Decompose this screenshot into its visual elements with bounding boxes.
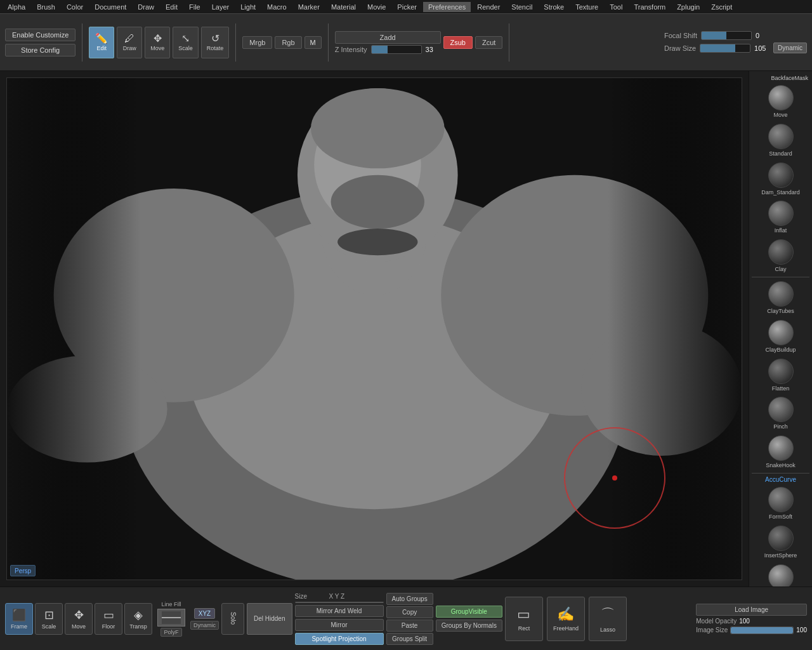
menu-item-alpha[interactable]: Alpha: [3, 2, 30, 12]
mirror-button[interactable]: Mirror: [295, 619, 384, 631]
move-view-button[interactable]: ✥ Move: [65, 603, 93, 635]
menu-item-stencil[interactable]: Stencil: [506, 2, 537, 12]
group-visible-section: GroupVisible Groups By Normals: [436, 606, 502, 632]
model-opacity-row: Model Opacity 100: [696, 618, 807, 625]
menu-item-layer[interactable]: Layer: [207, 2, 235, 12]
transp-button[interactable]: ◈ Transp: [124, 603, 152, 635]
zcut-button[interactable]: Zcut: [475, 36, 502, 49]
m-button[interactable]: M: [304, 36, 322, 49]
floor-button[interactable]: ▭ Floor: [95, 603, 122, 635]
menu-item-material[interactable]: Material: [326, 2, 361, 12]
brush-claytubes-label: ClayTubes: [767, 308, 794, 315]
focal-shift-slider[interactable]: [701, 31, 752, 40]
brush-claytubes[interactable]: ClayTubes: [752, 279, 809, 317]
brush-flatten[interactable]: Flatten: [752, 356, 809, 395]
size-xyz-label: X Y Z: [329, 593, 345, 600]
mrgb-button[interactable]: Mrgb: [242, 36, 272, 49]
size-section: Size X Y Z Mirror And Weld Mirror Spotli…: [295, 593, 384, 645]
brush-standard[interactable]: Standard: [752, 121, 809, 160]
selection-tools: ▭ Rect ✍ FreeHand ⌒ Lasso: [505, 597, 627, 641]
bottom-panel: ⬛ Frame ⊡ Scale ✥ Move ▭ Floor ◈ Transp …: [0, 587, 812, 650]
line-fill-label: Line Fill: [161, 601, 181, 607]
canvas-area[interactable]: Persp: [0, 71, 749, 587]
copy-button[interactable]: Copy: [386, 606, 433, 618]
brush-curvetube[interactable]: CurveTube: [752, 562, 809, 587]
focal-shift-fill: [702, 32, 726, 39]
menu-item-texture[interactable]: Texture: [570, 2, 603, 12]
auto-groups-button[interactable]: Auto Groups: [386, 593, 433, 605]
enable-customize-button[interactable]: Enable Customize: [5, 29, 75, 41]
menu-item-stroke[interactable]: Stroke: [539, 2, 569, 12]
load-section: Load Image Model Opacity 100 Image Size …: [696, 604, 807, 634]
xyz-button[interactable]: XYZ: [194, 608, 215, 619]
menu-item-render[interactable]: Render: [472, 2, 505, 12]
del-hidden-button[interactable]: Del Hidden: [247, 603, 292, 635]
menu-item-zscript[interactable]: Zscript: [706, 2, 737, 12]
draw-button[interactable]: 🖊 Draw: [117, 27, 142, 58]
rect-select-button[interactable]: ▭ Rect: [505, 597, 543, 641]
brush-inflat[interactable]: Inflat: [752, 198, 809, 237]
scale-button[interactable]: ⤡ Scale: [173, 27, 199, 58]
brush-flatten-sphere: [768, 359, 794, 384]
brush-clay[interactable]: Clay: [752, 237, 809, 275]
solo-button[interactable]: Solo: [221, 603, 244, 635]
brush-inflat-sphere: [768, 201, 794, 226]
rotate-button[interactable]: ↺ Rotate: [201, 27, 230, 58]
brush-move[interactable]: Move: [752, 83, 809, 121]
canvas-viewport[interactable]: [6, 77, 742, 580]
brush-divider-1: [752, 277, 809, 277]
brush-formsoft-sphere: [768, 487, 794, 512]
paste-button[interactable]: Paste: [386, 620, 433, 632]
menu-item-transform[interactable]: Transform: [629, 2, 671, 12]
scale-view-button[interactable]: ⊡ Scale: [35, 603, 63, 635]
menu-item-marker[interactable]: Marker: [293, 2, 325, 12]
zadd-button[interactable]: Zadd: [335, 31, 441, 44]
menu-item-movie[interactable]: Movie: [362, 2, 391, 12]
menu-item-brush[interactable]: Brush: [32, 2, 60, 12]
brush-insertsphere-label: InsertSphere: [764, 552, 797, 559]
rgb-button[interactable]: Rgb: [275, 36, 301, 49]
menu-item-light[interactable]: Light: [235, 2, 261, 12]
menu-item-color[interactable]: Color: [62, 2, 88, 12]
menu-item-tool[interactable]: Tool: [605, 2, 627, 12]
brush-pinch-sphere: [768, 397, 794, 422]
brush-formsoft[interactable]: FormSoft: [752, 484, 809, 523]
z-intensity-row: Z Intensity 33: [335, 45, 441, 54]
load-image-button[interactable]: Load Image: [696, 604, 807, 616]
menu-item-preferences[interactable]: Preferences: [423, 2, 471, 12]
menu-item-zplugin[interactable]: Zplugin: [672, 2, 705, 12]
group-visible-button[interactable]: GroupVisible: [436, 606, 502, 618]
move-button[interactable]: ✥ Move: [145, 27, 170, 58]
menu-item-picker[interactable]: Picker: [392, 2, 422, 12]
draw-size-slider[interactable]: [700, 44, 750, 53]
brush-insertsphere[interactable]: InsertSphere: [752, 523, 809, 562]
edit-button[interactable]: ✏️ Edit: [89, 27, 114, 58]
spotlight-button[interactable]: Spotlight Projection: [295, 633, 384, 645]
groups-split-button[interactable]: Groups Split: [386, 633, 433, 645]
frame-button[interactable]: ⬛ Frame: [5, 603, 33, 635]
groups-by-normals-button[interactable]: Groups By Normals: [436, 620, 502, 632]
menu-item-file[interactable]: File: [184, 2, 206, 12]
menu-item-macro[interactable]: Macro: [262, 2, 292, 12]
brush-claybuildup[interactable]: ClayBuildup: [752, 317, 809, 356]
image-size-label: Image Size: [696, 627, 728, 633]
persp-button[interactable]: Persp: [10, 565, 36, 576]
brush-pinch[interactable]: Pinch: [752, 394, 809, 433]
menu-item-edit[interactable]: Edit: [160, 2, 183, 12]
zsub-button[interactable]: Zsub: [443, 36, 473, 49]
line-fill-preview[interactable]: [157, 609, 185, 627]
freehand-select-button[interactable]: ✍ FreeHand: [547, 597, 585, 641]
brush-dam-standard[interactable]: Dam_Standard: [752, 160, 809, 199]
menu-item-draw[interactable]: Draw: [133, 2, 159, 12]
lasso-select-button[interactable]: ⌒ Lasso: [589, 597, 627, 641]
brush-standard-label: Standard: [769, 150, 792, 157]
z-intensity-slider[interactable]: [371, 45, 422, 54]
mirror-weld-button[interactable]: Mirror And Weld: [295, 605, 384, 617]
menu-item-document[interactable]: Document: [89, 2, 131, 12]
store-config-button[interactable]: Store Config: [5, 44, 75, 56]
dynamic-button[interactable]: Dynamic: [773, 43, 807, 53]
image-size-slider[interactable]: [730, 627, 794, 634]
brush-snakehook-label: SnakeHook: [766, 462, 796, 469]
size-slider[interactable]: [295, 602, 384, 603]
brush-snakehook[interactable]: SnakeHook: [752, 433, 809, 472]
